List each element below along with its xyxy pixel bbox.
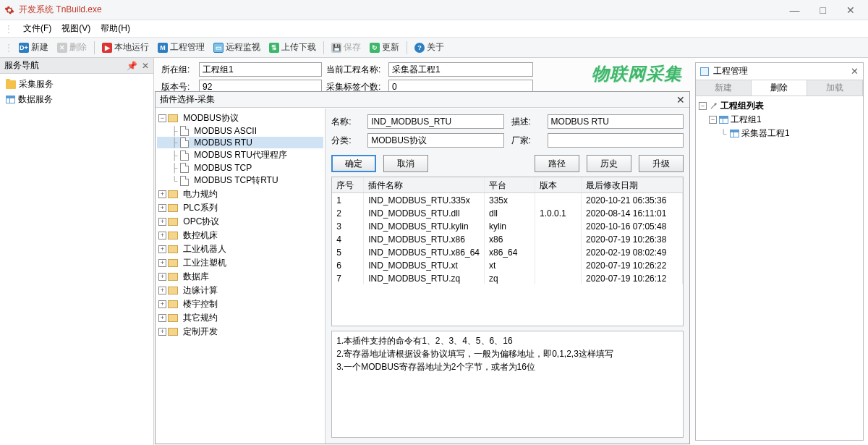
tree-item[interactable]: ├ MODBUS TCP	[157, 162, 323, 174]
tree-category[interactable]: + 电力规约	[157, 187, 323, 201]
tree-modbus[interactable]: − MODBUS协议	[157, 111, 323, 125]
col-seq[interactable]: 序号	[332, 177, 364, 192]
upload-download-button[interactable]: ⇅上传下载	[266, 40, 319, 55]
path-button[interactable]: 路径	[535, 155, 579, 172]
tree-category[interactable]: + PLC系列	[157, 201, 323, 215]
page-icon	[180, 151, 189, 161]
grid-icon	[719, 116, 728, 124]
tree-item[interactable]: ├ MODBUS RTU	[157, 137, 323, 148]
proj-tree-item[interactable]: └ 采集器工程1	[699, 127, 860, 140]
service-nav-panel: 服务导航 📌✕ 采集服务 数据服务	[0, 58, 154, 445]
menu-help[interactable]: 帮助(H)	[101, 22, 130, 35]
update-button[interactable]: ↻更新	[367, 40, 402, 55]
menu-file[interactable]: 文件(F)	[23, 22, 51, 35]
cat-label: 分类:	[331, 135, 360, 147]
toolbar: ⋮ D+新建 ✕删除 ▶本地运行 M工程管理 ▭远程监视 ⇅上传下载 💾保存 ↻…	[0, 38, 868, 58]
col-platform[interactable]: 平台	[485, 177, 535, 192]
col-version[interactable]: 版本	[535, 177, 582, 192]
save-button[interactable]: 💾保存	[328, 40, 364, 55]
table-row[interactable]: 5IND_MODBUS_RTU.x86_64x86_642020-02-19 0…	[332, 245, 683, 258]
col-date[interactable]: 最后修改日期	[582, 177, 683, 192]
vendor-label: 厂家:	[511, 135, 540, 147]
tree-label: 工业机器人	[183, 243, 226, 255]
tree-label: PLC系列	[183, 202, 217, 214]
proj-close-icon[interactable]: ✕	[851, 66, 859, 77]
table-row[interactable]: 4IND_MODBUS_RTU.x86x862020-07-19 10:26:3…	[332, 232, 683, 245]
nav-item-collect[interactable]: 采集服务	[3, 77, 150, 92]
local-run-button[interactable]: ▶本地运行	[99, 40, 152, 55]
close-icon[interactable]: ✕	[846, 4, 855, 16]
tree-category[interactable]: + 定制开发	[157, 325, 323, 339]
tree-category[interactable]: + 楼宇控制	[157, 297, 323, 311]
folder-icon	[168, 328, 178, 336]
plugin-list: 序号 插件名称 平台 版本 最后修改日期 1IND_MODBUS_RTU.335…	[331, 177, 684, 326]
dialog-close-icon[interactable]: ✕	[676, 94, 685, 106]
window-title: 开发系统 TnBuild.exe	[19, 4, 102, 16]
tree-label: 其它规约	[183, 312, 218, 324]
folder-icon	[168, 232, 178, 240]
proj-tree-group[interactable]: − 工程组1	[699, 113, 860, 127]
delete-button[interactable]: ✕删除	[54, 40, 90, 55]
folder-icon	[168, 273, 178, 281]
tree-category[interactable]: + OPC协议	[157, 215, 323, 229]
tree-label: 数据库	[183, 271, 209, 283]
brand-text: 物联网采集	[592, 62, 682, 85]
about-button[interactable]: ?关于	[412, 40, 447, 55]
notes-box: 1.本插件支持的命令有1、2、3、4、5、6、16 2.寄存器地址请根据设备协议…	[331, 331, 684, 438]
minimize-icon[interactable]: —	[790, 4, 800, 16]
maximize-icon[interactable]: □	[820, 4, 826, 16]
expander-icon[interactable]: −	[709, 116, 717, 124]
table-row[interactable]: 1IND_MODBUS_RTU.335x335x2020-10-21 06:35…	[332, 193, 683, 206]
proj-tab-new[interactable]: 新建	[696, 80, 752, 96]
project-mgmt-button[interactable]: M工程管理	[155, 40, 208, 55]
tree-label: 边缘计算	[183, 284, 218, 297]
desc-field[interactable]	[548, 114, 684, 129]
wrench-icon	[709, 101, 718, 111]
cat-field[interactable]	[367, 133, 503, 148]
folder-icon	[168, 314, 178, 322]
tree-category[interactable]: + 边缘计算	[157, 284, 323, 297]
name-field[interactable]	[367, 114, 503, 129]
tree-label: 楼宇控制	[183, 298, 218, 310]
col-name[interactable]: 插件名称	[364, 177, 485, 192]
tree-item[interactable]: ├ MODBUS ASCII	[157, 125, 323, 137]
vendor-field[interactable]	[548, 133, 684, 148]
history-button[interactable]: 历史	[587, 155, 631, 172]
menu-view[interactable]: 视图(V)	[61, 22, 90, 35]
tree-category[interactable]: + 其它规约	[157, 311, 323, 325]
upgrade-button[interactable]: 升级	[639, 155, 684, 172]
tree-label: 数控机床	[183, 229, 218, 242]
remote-monitor-button[interactable]: ▭远程监视	[210, 40, 263, 55]
table-row[interactable]: 7IND_MODBUS_RTU.zqzq2020-07-19 10:26:12	[332, 271, 683, 284]
table-row[interactable]: 6IND_MODBUS_RTU.xtxt2020-07-19 10:26:22	[332, 258, 683, 271]
tree-item[interactable]: └ MODBUS TCP转RTU	[157, 174, 323, 187]
folder-icon	[168, 300, 178, 308]
tree-label: OPC协议	[183, 216, 219, 228]
ok-button[interactable]: 确定	[331, 155, 376, 172]
cancel-button[interactable]: 取消	[383, 155, 428, 172]
tree-category[interactable]: + 工业机器人	[157, 242, 323, 256]
new-button[interactable]: D+新建	[16, 40, 51, 55]
pin-icon[interactable]: 📌	[127, 61, 137, 71]
proj-tree-root[interactable]: − 工程组列表	[699, 99, 860, 113]
tree-item[interactable]: ├ MODBUS RTU代理程序	[157, 148, 323, 162]
tree-category[interactable]: + 数据库	[157, 270, 323, 284]
folder-icon	[168, 259, 178, 267]
proj-tab-delete[interactable]: 删除	[752, 80, 807, 96]
panel-close-icon[interactable]: ✕	[142, 61, 149, 71]
nav-item-data[interactable]: 数据服务	[3, 92, 150, 107]
tree-label: 电力规约	[183, 188, 218, 200]
plugin-tree[interactable]: − MODBUS协议 ├ MODBUS ASCII ├ MODBUS RTU ├…	[156, 109, 326, 444]
nav-panel-header: 服务导航 📌✕	[0, 58, 153, 74]
table-row[interactable]: 3IND_MODBUS_RTU.kylinkylin2020-10-16 07:…	[332, 219, 683, 232]
project-panel: 工程管理 ✕ 新建 删除 加载 − 工程组列表 − 工程组1 └ 采集器工程1	[695, 62, 864, 441]
tree-category[interactable]: + 数控机床	[157, 229, 323, 242]
folder-icon	[168, 114, 178, 122]
proj-field[interactable]	[388, 62, 533, 77]
expander-icon[interactable]: −	[699, 102, 707, 110]
tree-category[interactable]: + 工业注塑机	[157, 256, 323, 270]
proj-tab-load[interactable]: 加载	[807, 80, 863, 96]
table-row[interactable]: 2IND_MODBUS_RTU.dlldll1.0.0.12020-08-14 …	[332, 206, 683, 219]
group-field[interactable]	[199, 62, 322, 77]
title-bar: 开发系统 TnBuild.exe — □ ✕	[0, 0, 868, 20]
